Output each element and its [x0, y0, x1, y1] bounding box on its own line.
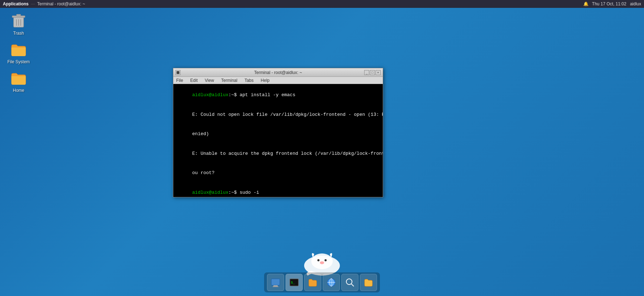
- applications-menu[interactable]: Applications: [3, 1, 29, 6]
- trash-label: Trash: [13, 31, 24, 36]
- topbar: Applications — Terminal - root@aidlux: ~…: [0, 0, 644, 8]
- terminal-line-2: E: Could not open lock file /var/lib/dpk…: [175, 105, 381, 125]
- svg-rect-14: [273, 285, 278, 286]
- svg-rect-7: [177, 71, 179, 74]
- svg-point-11: [325, 259, 327, 261]
- svg-point-22: [346, 279, 352, 285]
- bird-mascot: [301, 248, 343, 276]
- close-button[interactable]: ×: [376, 70, 381, 75]
- desktop-icon-filesystem[interactable]: File System: [4, 39, 33, 66]
- filesystem-label: File System: [8, 59, 30, 64]
- taskbar-browser[interactable]: [323, 274, 340, 291]
- username-display: aidlux: [630, 1, 641, 6]
- menu-tabs[interactable]: Tabs: [243, 78, 255, 83]
- topbar-terminal-title: Terminal - root@aidlux: ~: [37, 1, 85, 6]
- window-buttons: _ □ ×: [364, 70, 381, 75]
- terminal-line-4: E: Unable to acquire the dpkg frontend l…: [175, 144, 381, 164]
- taskbar-terminal[interactable]: $_: [286, 274, 303, 291]
- terminal-title-text: Terminal - root@aidlux: ~: [254, 70, 302, 75]
- svg-point-10: [317, 259, 319, 261]
- taskbar-folder[interactable]: [360, 274, 377, 291]
- menu-edit[interactable]: Edit: [189, 78, 199, 83]
- terminal-body[interactable]: aidlux@aidlux:~$ apt install -y emacs E:…: [173, 84, 383, 197]
- desktop-icon-trash[interactable]: Trash: [4, 11, 33, 37]
- topbar-separator: —: [31, 1, 35, 6]
- taskbar-desktop[interactable]: [267, 274, 284, 291]
- datetime: Thu 17 Oct, 11:02: [592, 1, 626, 6]
- topbar-right: 🔔 Thu 17 Oct, 11:02 aidlux: [583, 1, 641, 6]
- taskbar: $_: [264, 272, 380, 292]
- menu-terminal[interactable]: Terminal: [220, 78, 239, 83]
- terminal-window: Terminal - root@aidlux: ~ _ □ × File Edi…: [173, 68, 383, 197]
- taskbar-files[interactable]: [304, 274, 321, 291]
- svg-line-23: [351, 284, 354, 286]
- terminal-line-5: ou root?: [175, 163, 381, 183]
- window-icon: [175, 70, 180, 75]
- filesystem-icon: [10, 41, 27, 58]
- maximize-button[interactable]: □: [370, 70, 375, 75]
- svg-rect-15: [273, 286, 278, 287]
- terminal-menubar: File Edit View Terminal Tabs Help: [173, 77, 383, 84]
- desktop-icon-home[interactable]: Home: [4, 68, 33, 94]
- menu-help[interactable]: Help: [259, 78, 271, 83]
- svg-rect-13: [271, 279, 280, 285]
- network-icon: 🔔: [583, 1, 589, 6]
- window-control-area: [175, 70, 180, 75]
- taskbar-search[interactable]: [341, 274, 358, 291]
- topbar-left: Applications — Terminal - root@aidlux: ~: [3, 1, 85, 6]
- terminal-line-6: aidlux@aidlux:~$ sudo -i: [175, 183, 381, 197]
- home-icon: [10, 69, 27, 87]
- terminal-titlebar: Terminal - root@aidlux: ~ _ □ ×: [173, 68, 383, 77]
- terminal-line-3: enied): [175, 124, 381, 144]
- minimize-button[interactable]: _: [364, 70, 369, 75]
- home-label: Home: [13, 88, 24, 93]
- svg-text:$_: $_: [291, 281, 295, 284]
- menu-view[interactable]: View: [203, 78, 216, 83]
- terminal-line-1: aidlux@aidlux:~$ apt install -y emacs: [175, 85, 381, 105]
- menu-file[interactable]: File: [175, 78, 184, 83]
- svg-rect-3: [16, 14, 21, 16]
- trash-icon: [10, 12, 27, 29]
- svg-point-12: [320, 261, 324, 264]
